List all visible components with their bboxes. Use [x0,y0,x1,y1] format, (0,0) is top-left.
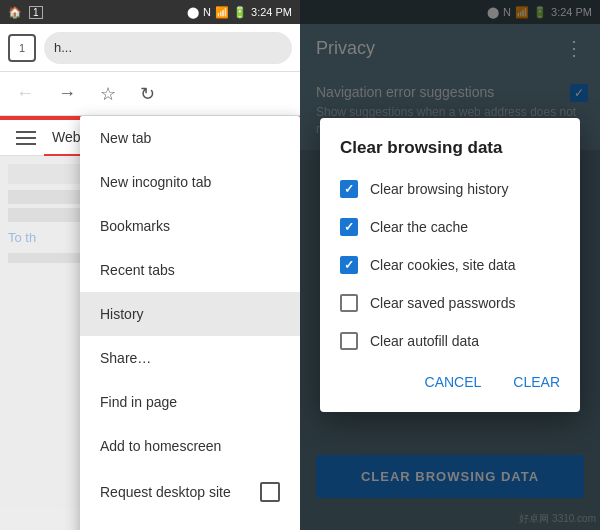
hamburger-line-1 [16,131,36,133]
chrome-content-area: Web To th New tab New incognito tab Book… [0,116,300,530]
dialog-item-4: ✓ Clear autofill data [320,322,580,360]
right-panel: ⬤ N 📶 🔋 3:24 PM Privacy ⋮ Navigation err… [300,0,600,530]
forward-button[interactable]: → [58,83,76,104]
bluetooth-icon: ⬤ [187,6,199,19]
refresh-button[interactable]: ↻ [140,83,155,105]
menu-item-share[interactable]: Share… [80,336,300,380]
cancel-button[interactable]: CANCEL [417,368,490,396]
checkbox-passwords[interactable]: ✓ [340,294,358,312]
dialog-item-3: ✓ Clear saved passwords [320,284,580,322]
back-button[interactable]: ← [16,83,34,104]
menu-item-recent-tabs[interactable]: Recent tabs [80,248,300,292]
desktop-site-checkbox[interactable] [260,482,280,502]
dialog-item-0: ✓ Clear browsing history [320,170,580,208]
hamburger-button[interactable] [8,120,44,156]
left-panel: 🏠 1 ⬤ N 📶 🔋 3:24 PM 1 h... ← → ☆ ↻ [0,0,300,530]
hamburger-line-2 [16,137,36,139]
checkbox-cookies[interactable]: ✓ [340,256,358,274]
address-text: h... [54,40,72,55]
clear-button[interactable]: CLEAR [505,368,568,396]
address-bar[interactable]: h... [44,32,292,64]
menu-item-find-in-page[interactable]: Find in page [80,380,300,424]
chrome-toolbar: 1 h... [0,24,300,72]
tab-count-icon: 1 [29,6,43,19]
dialog-overlay: Clear browsing data ✓ Clear browsing his… [300,0,600,530]
signal-icon: 📶 [215,6,229,19]
dialog-actions: CANCEL CLEAR [320,360,580,412]
dialog-label-4: Clear autofill data [370,333,479,349]
menu-item-new-incognito-tab[interactable]: New incognito tab [80,160,300,204]
home-icon: 🏠 [8,6,22,18]
battery-icon: 🔋 [233,6,247,19]
dialog-label-2: Clear cookies, site data [370,257,516,273]
chrome-nav-bar: ← → ☆ ↻ [0,72,300,116]
checkbox-browsing-history[interactable]: ✓ [340,180,358,198]
checkbox-autofill[interactable]: ✓ [340,332,358,350]
menu-item-bookmarks[interactable]: Bookmarks [80,204,300,248]
check-mark-1: ✓ [344,220,354,234]
hamburger-line-3 [16,143,36,145]
dialog-item-2: ✓ Clear cookies, site data [320,246,580,284]
bookmark-button[interactable]: ☆ [100,83,116,105]
clear-browsing-dialog: Clear browsing data ✓ Clear browsing his… [320,118,580,412]
dropdown-menu: New tab New incognito tab Bookmarks Rece… [80,116,300,530]
left-status-bar: 🏠 1 ⬤ N 📶 🔋 3:24 PM [0,0,300,24]
tab-count-button[interactable]: 1 [8,34,36,62]
dialog-item-1: ✓ Clear the cache [320,208,580,246]
menu-item-new-tab[interactable]: New tab [80,116,300,160]
menu-item-settings[interactable]: Settings [80,516,300,530]
checkbox-cache[interactable]: ✓ [340,218,358,236]
menu-item-history[interactable]: History [80,292,300,336]
time-display: 3:24 PM [251,6,292,18]
dialog-label-3: Clear saved passwords [370,295,516,311]
dialog-title: Clear browsing data [320,118,580,170]
notification-icon: N [203,6,211,18]
check-mark-4: ✓ [344,334,354,348]
menu-item-add-to-homescreen[interactable]: Add to homescreen [80,424,300,468]
left-status-icons-right: ⬤ N 📶 🔋 3:24 PM [187,6,292,19]
check-mark-3: ✓ [344,296,354,310]
left-status-icons-left: 🏠 1 [8,6,43,19]
dialog-label-0: Clear browsing history [370,181,509,197]
dialog-label-1: Clear the cache [370,219,468,235]
check-mark-2: ✓ [344,258,354,272]
check-mark-0: ✓ [344,182,354,196]
menu-item-request-desktop-site[interactable]: Request desktop site [80,468,300,516]
